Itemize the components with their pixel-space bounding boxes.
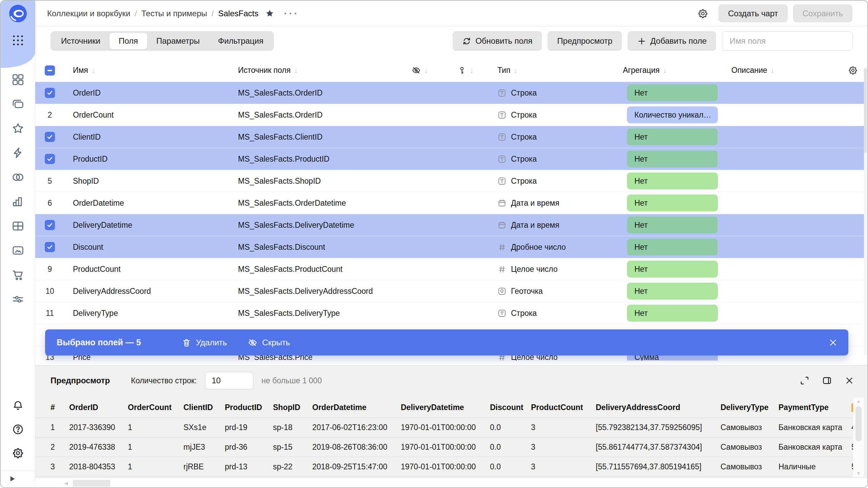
- services-icon[interactable]: [11, 292, 25, 306]
- datalens-logo-icon[interactable]: [8, 4, 27, 23]
- scroll-left-arrow-icon[interactable]: ◀: [64, 480, 68, 486]
- breadcrumb-collections[interactable]: Коллекции и воркбуки: [47, 9, 130, 18]
- preview-cell: Самовывоз: [721, 462, 778, 471]
- tab-sources[interactable]: Источники: [52, 33, 110, 49]
- aggregation-pill[interactable]: Количество уникал…: [627, 106, 718, 123]
- save-button[interactable]: Сохранить: [793, 4, 852, 22]
- quick-actions-icon[interactable]: [11, 146, 25, 160]
- column-header-source[interactable]: Источник поля↓: [238, 66, 412, 75]
- hide-selected-button[interactable]: Скрыть: [248, 338, 290, 347]
- tab-parameters[interactable]: Параметры: [147, 33, 209, 49]
- preview-cell: 3: [531, 423, 596, 432]
- field-aggregation-cell: Нет: [623, 195, 731, 211]
- select-all-checkbox[interactable]: [45, 65, 55, 76]
- aggregation-pill[interactable]: Нет: [627, 239, 718, 256]
- column-header-visibility[interactable]: ↓: [412, 66, 457, 75]
- close-selection-bar-icon[interactable]: [828, 338, 838, 348]
- settings-icon[interactable]: [12, 447, 24, 459]
- preview-cell: 1970-01-01T00:00:00: [401, 423, 490, 432]
- collections-icon[interactable]: [11, 73, 25, 86]
- scroll-down-arrow-icon[interactable]: ▼: [853, 470, 864, 476]
- aggregation-pill[interactable]: Нет: [627, 195, 718, 211]
- scrollbar-thumb[interactable]: [73, 480, 110, 487]
- scrollbar-thumb[interactable]: [864, 68, 867, 153]
- dataset-settings-gear-icon[interactable]: [697, 8, 708, 19]
- scrollbar-thumb[interactable]: [855, 406, 862, 442]
- row-checkbox[interactable]: [45, 242, 55, 252]
- preview-cell: Самовывоз: [721, 423, 778, 432]
- row-limit-hint: не больше 1 000: [261, 376, 322, 385]
- more-menu-icon[interactable]: ···: [284, 12, 299, 15]
- field-row[interactable]: ProductIDMS_SalesFacts.ProductIDСтрокаНе…: [35, 148, 864, 170]
- favorites-icon[interactable]: [11, 122, 25, 135]
- datasets-icon[interactable]: [11, 219, 25, 233]
- field-row[interactable]: DiscountMS_SalesFacts.DiscountДробное чи…: [35, 236, 864, 258]
- field-aggregation-cell: Нет: [623, 239, 731, 256]
- connections-icon[interactable]: [11, 170, 25, 184]
- charts-icon[interactable]: [11, 195, 25, 208]
- fields-vertical-scrollbar[interactable]: [864, 67, 867, 355]
- preview-toggle-button[interactable]: Предпросмотр: [548, 31, 622, 51]
- notifications-icon[interactable]: [12, 400, 24, 412]
- field-row[interactable]: 9ProductCountMS_SalesFacts.ProductCountЦ…: [35, 258, 864, 280]
- marketplace-icon[interactable]: [11, 268, 25, 282]
- files-icon[interactable]: [11, 244, 25, 257]
- refresh-fields-button[interactable]: Обновить поля: [453, 31, 542, 51]
- scroll-up-arrow-icon[interactable]: ▲: [853, 398, 864, 404]
- expand-icon[interactable]: [800, 375, 810, 386]
- delete-selected-button[interactable]: Удалить: [182, 338, 227, 347]
- column-header-key[interactable]: ↓: [457, 66, 497, 75]
- row-number: 9: [45, 265, 55, 274]
- aggregation-pill[interactable]: Нет: [627, 305, 718, 322]
- breadcrumb-tests[interactable]: Тесты и примеры: [141, 9, 207, 18]
- column-header-type[interactable]: Тип↓: [497, 66, 623, 75]
- add-field-button[interactable]: Добавить поле: [628, 31, 716, 51]
- play-icon: [7, 474, 16, 483]
- row-checkbox[interactable]: [45, 132, 55, 142]
- aggregation-pill[interactable]: Нет: [627, 217, 718, 233]
- column-header-name[interactable]: Имя↓: [73, 66, 238, 75]
- field-name-search-input[interactable]: [722, 31, 853, 51]
- create-chart-button[interactable]: Создать чарт: [718, 4, 788, 22]
- column-header-aggregation[interactable]: Агрегация↓: [623, 66, 731, 75]
- fields-actions: Обновить поля Предпросмотр Добавить поле: [447, 31, 853, 51]
- favorite-star-icon[interactable]: [265, 9, 274, 18]
- preview-cell: rjRBE: [183, 462, 225, 471]
- geopoint-type-icon: [497, 287, 507, 296]
- aggregation-pill[interactable]: Нет: [627, 261, 718, 278]
- aggregation-pill[interactable]: Нет: [627, 150, 718, 167]
- row-count-input[interactable]: [205, 372, 253, 389]
- sidebar-collapse-toggle[interactable]: [1, 471, 35, 487]
- field-row[interactable]: OrderIDMS_SalesFacts.OrderIDСтрокаНет: [35, 82, 864, 104]
- close-preview-icon[interactable]: [844, 375, 854, 386]
- field-row[interactable]: ClientIDMS_SalesFacts.ClientIDСтрокаНет: [35, 126, 864, 148]
- aggregation-pill[interactable]: Нет: [627, 84, 718, 101]
- row-checkbox[interactable]: [45, 154, 55, 164]
- table-settings-gear-icon[interactable]: [848, 65, 858, 75]
- apps-grid-icon[interactable]: [11, 35, 25, 46]
- row-checkbox[interactable]: [45, 88, 55, 98]
- column-header-description[interactable]: Описание↓: [731, 66, 843, 75]
- field-row[interactable]: 11DeliveryTypeMS_SalesFacts.DeliveryType…: [35, 302, 864, 324]
- field-type-label: Строка: [511, 88, 537, 98]
- field-row[interactable]: 2OrderCountMS_SalesFacts.OrderIDСтрокаКо…: [35, 104, 864, 126]
- preview-column-header: OrderDatetime: [312, 403, 401, 412]
- field-row[interactable]: 5ShopIDMS_SalesFacts.ShopIDСтрокаНет: [35, 170, 864, 192]
- split-view-icon[interactable]: [822, 375, 832, 386]
- preview-cell: sp-22: [273, 462, 312, 471]
- preview-vertical-scrollbar[interactable]: ▲ ▼: [853, 398, 864, 477]
- row-checkbox[interactable]: [45, 220, 55, 230]
- aggregation-pill[interactable]: Нет: [627, 128, 718, 145]
- field-row[interactable]: DeliveryDatetimeMS_SalesFacts.DeliveryDa…: [35, 214, 864, 236]
- tab-fields[interactable]: Поля: [110, 33, 147, 49]
- field-row[interactable]: 6OrderDatetimeMS_SalesFacts.OrderDatetim…: [35, 192, 864, 214]
- preview-cell: prd-13: [225, 462, 273, 471]
- preview-horizontal-scrollbar[interactable]: ◀: [35, 478, 868, 488]
- field-row[interactable]: 10DeliveryAddressCoordMS_SalesFacts.Deli…: [35, 280, 864, 302]
- aggregation-pill[interactable]: Нет: [627, 172, 718, 189]
- fields-table-header: Имя↓ Источник поля↓ ↓ ↓ Тип↓ Агрегация↓ …: [35, 59, 868, 82]
- tab-filtering[interactable]: Фильтрация: [209, 33, 273, 49]
- aggregation-pill[interactable]: Нет: [627, 283, 718, 300]
- help-icon[interactable]: [12, 423, 24, 435]
- workbooks-icon[interactable]: [11, 97, 25, 111]
